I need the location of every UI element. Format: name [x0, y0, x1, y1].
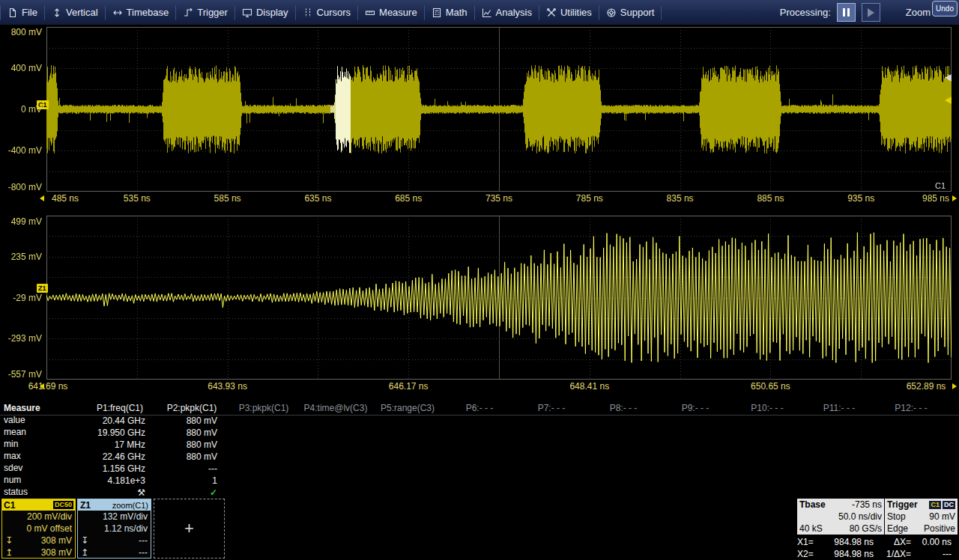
cursors-icon [303, 7, 313, 18]
measure-header-p7[interactable]: P7:- - - [515, 403, 587, 414]
menu-item-label: Measure [379, 7, 417, 18]
measure-header-p4[interactable]: P4:time@lv(C3) [300, 403, 372, 414]
x-tick-label: 885 ns [757, 193, 784, 204]
measure-header-p8[interactable]: P8:- - - [587, 403, 659, 414]
y-tick-label: 0 mV [1, 104, 42, 115]
vertical-icon [52, 7, 62, 18]
menu-item-label: Display [256, 7, 288, 18]
menu-item-cursors[interactable]: Cursors [296, 0, 358, 25]
timebase-delay: -735 ns [852, 499, 882, 511]
x1-label: X1= [797, 536, 820, 548]
measure-row-label: max [4, 451, 21, 462]
x-tick-label: 643.93 ns [208, 381, 247, 392]
measure-row-min: min17 MHz880 mV [0, 439, 959, 451]
x2-label: X2= [797, 548, 820, 560]
measure-header-p3[interactable]: P3:pkpk(C1) [228, 403, 300, 414]
menu-item-label: Vertical [66, 7, 98, 18]
menu-item-vertical[interactable]: Vertical [45, 0, 105, 25]
z1-subtitle: zoom(C1) [112, 501, 148, 510]
undo-button[interactable]: Undo [932, 1, 958, 16]
measure-row-sdev: sdev1.156 GHz--- [0, 463, 959, 475]
menu-item-file[interactable]: File [1, 0, 44, 25]
timebase-rate: 80 GS/s [850, 523, 882, 535]
measure-row-status: status⚒✓ [0, 487, 959, 499]
max-arrow-icon: ↥ [5, 547, 13, 559]
x-tick-label: 646.17 ns [389, 381, 429, 392]
play-button[interactable] [862, 3, 880, 22]
measure-row-num: num4.181e+31 [0, 475, 959, 487]
c1-descriptor-box[interactable]: C1 DC50 200 mV/div 0 mV offset ↧308 mV ↥… [1, 499, 76, 559]
z1-min-value: --- [139, 535, 148, 546]
menu-item-analysis[interactable]: Analysis [475, 0, 539, 25]
x-tick-label: 685 ns [395, 193, 422, 204]
cursor-readout: X1= 984.98 ns ΔX= 0.00 ns X2= 984.98 ns … [797, 536, 958, 560]
menu-item-display[interactable]: Display [235, 0, 295, 25]
menu-item-utilities[interactable]: Utilities [539, 0, 599, 25]
trigger-descriptor-box[interactable]: Trigger C1 DC Stop90 mV EdgePositive [885, 499, 958, 535]
menu-item-label: Support [620, 7, 655, 18]
measure-row-max: max22.46 GHz880 mV [0, 451, 959, 463]
play-icon [868, 8, 874, 17]
x-tick-label: 935 ns [847, 193, 874, 204]
measure-header-p1[interactable]: P1:freq(C1) [84, 403, 156, 414]
zoom-waveform-canvas[interactable] [46, 216, 952, 380]
measure-value: 880 mV [156, 439, 217, 451]
timebase-samples: 40 kS [799, 523, 823, 535]
display-icon [242, 7, 252, 18]
pause-button[interactable] [837, 3, 856, 22]
scroll-right-icon[interactable] [952, 195, 957, 201]
z1-max-value: --- [139, 547, 148, 558]
measure-value: 1 [156, 475, 217, 487]
menu-item-math[interactable]: Math [425, 0, 474, 25]
zoom-menu-label[interactable]: Zoom [906, 7, 931, 18]
menu-item-timebase[interactable]: Timebase [106, 0, 176, 25]
trigger-mode: Stop [887, 511, 906, 523]
menu-item-trigger[interactable]: Trigger [176, 0, 235, 25]
scroll-left-icon[interactable] [40, 195, 44, 201]
z1-channel-marker[interactable]: Z1 [37, 284, 48, 293]
timebase-descriptor-box[interactable]: Tbase-735 ns 50.0 ns/div 40 kS80 GS/s [797, 499, 884, 535]
c1-min-value: 308 mV [41, 535, 72, 546]
measure-header-p11[interactable]: P11:- - - [803, 403, 875, 414]
measure-row-mean: mean19.950 GHz880 mV [0, 427, 959, 439]
file-icon [7, 7, 18, 18]
min-arrow-icon: ↧ [81, 535, 88, 547]
measure-header-p10[interactable]: P10:- - - [731, 403, 803, 414]
menu-item-support[interactable]: Support [599, 0, 662, 25]
measure-header-p6[interactable]: P6:- - - [444, 403, 515, 414]
math-icon [432, 7, 442, 18]
x-tick-label: 485 ns [52, 193, 79, 204]
x-tick-label: 985 ns [922, 193, 949, 204]
z1-descriptor-box[interactable]: Z1 zoom(C1) 132 mV/div 1.12 ns/div ↧--- … [77, 499, 151, 559]
y-tick-label: 800 mV [1, 27, 42, 37]
add-trace-button[interactable]: + [154, 499, 225, 559]
measure-row-label: min [4, 439, 18, 450]
main-waveform-canvas[interactable] [46, 27, 952, 192]
measure-value: 880 mV [156, 451, 217, 463]
measure-header-p2[interactable]: P2:pkpk(C1) [156, 403, 228, 414]
invdx-label: 1/ΔX= [877, 548, 911, 560]
trigger-type: Edge [887, 523, 908, 535]
menu-item-measure[interactable]: Measure [358, 0, 424, 25]
timebase-icon [112, 7, 123, 18]
min-arrow-icon: ↧ [5, 535, 13, 547]
measure-header-p5[interactable]: P5:range(C3) [372, 403, 444, 414]
timebase-title: Tbase [799, 499, 826, 511]
c1-max-value: 308 mV [41, 547, 72, 558]
scroll-right-icon[interactable] [952, 383, 957, 389]
menu-separator [661, 5, 662, 20]
z1-vscale: 132 mV/div [78, 511, 151, 523]
y-tick-label: -400 mV [1, 145, 42, 156]
trigger-level-marker[interactable] [945, 97, 952, 104]
c1-min-row: ↧308 mV [2, 535, 75, 547]
measure-header-p12[interactable]: P12:- - - [875, 403, 947, 414]
dx-value: 0.00 ns [911, 536, 952, 548]
trigger-icon [183, 7, 193, 18]
status-gate-icon: ⚒ [84, 487, 145, 499]
x-tick-label: 735 ns [485, 193, 512, 204]
measure-header-p9[interactable]: P9:- - - [659, 403, 731, 414]
z1-min-row: ↧--- [78, 535, 151, 547]
status-ok-icon: ✓ [156, 487, 217, 499]
x-tick-label: 652.89 ns [907, 381, 946, 392]
timebase-scale: 50.0 ns/div [838, 511, 882, 523]
